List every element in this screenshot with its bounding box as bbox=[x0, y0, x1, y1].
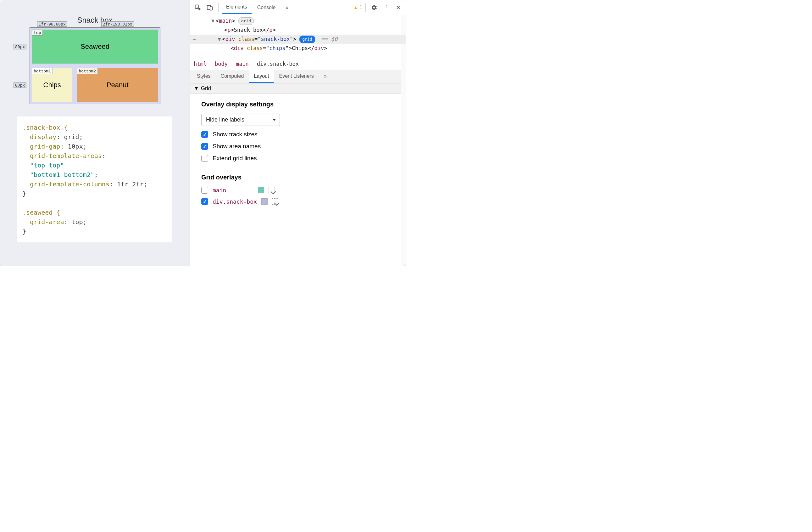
grid-overlay-preview: 1fr·96.66px 2fr·193.32px 80px 80px top S… bbox=[30, 28, 160, 104]
cell-label: Peanut bbox=[106, 81, 129, 89]
svg-rect-2 bbox=[210, 6, 212, 10]
dom-node-main: ▼<main> grid bbox=[190, 16, 406, 26]
grid-cell-chips: bottom1 Chips bbox=[32, 68, 72, 102]
cell-label: Chips bbox=[43, 81, 61, 89]
warning-count: 1 bbox=[360, 5, 362, 10]
scrollbar[interactable] bbox=[401, 15, 406, 266]
grid-section-header[interactable]: ▼ Grid bbox=[190, 83, 406, 94]
tabs-overflow[interactable]: » bbox=[281, 2, 293, 14]
grid-cell-peanut: bottom2 Peanut bbox=[77, 68, 158, 102]
kebab-menu-icon[interactable]: ⋮ bbox=[381, 2, 392, 13]
crumb-snack-box[interactable]: div.snack-box bbox=[257, 61, 299, 67]
checkbox-overlay-snack-box[interactable] bbox=[201, 198, 208, 205]
cell-label: Seaweed bbox=[81, 42, 110, 51]
dom-tree[interactable]: ▼<main> grid <p>Snack box</p> ▼<div clas… bbox=[190, 15, 406, 58]
area-name-badge: bottom2 bbox=[77, 68, 98, 74]
chevron-down-icon: ▼ bbox=[194, 85, 199, 92]
dom-node-chips: <div class="chips">Chips</div> bbox=[190, 44, 406, 53]
highlight-element-icon[interactable] bbox=[269, 187, 275, 193]
area-name-badge: top bbox=[32, 30, 43, 36]
overlay-row-snack-box: div.snack-box bbox=[201, 198, 395, 205]
device-toolbar-icon[interactable] bbox=[204, 2, 215, 13]
dom-node-snack-box: ▼<div class="snack-box"> grid == $0 bbox=[190, 34, 406, 44]
line-labels-select[interactable]: Hide line labels bbox=[201, 114, 280, 126]
grid-cell-seaweed: top Seaweed bbox=[32, 30, 158, 64]
css-code-block: .snack-box { display: grid; grid-gap: 10… bbox=[17, 116, 172, 242]
show-track-sizes-row: Show track sizes bbox=[201, 131, 395, 138]
overlay-settings-title: Overlay display settings bbox=[201, 101, 395, 108]
checkbox-extend-grid-lines[interactable] bbox=[201, 155, 208, 162]
tab-console[interactable]: Console bbox=[253, 2, 280, 14]
checkbox-show-track-sizes[interactable] bbox=[201, 131, 208, 138]
highlight-element-icon[interactable] bbox=[272, 198, 278, 205]
subtab-event-listeners[interactable]: Event Listeners bbox=[274, 70, 319, 83]
area-name-badge: bottom1 bbox=[32, 68, 53, 74]
checkbox-overlay-main[interactable] bbox=[201, 187, 208, 194]
color-swatch-main[interactable] bbox=[258, 187, 264, 193]
devtools-window: Snack box 1fr·96.66px 2fr·193.32px 80px … bbox=[0, 0, 406, 266]
dom-node-p: <p>Snack box</p> bbox=[190, 26, 406, 34]
grid-badge[interactable]: grid bbox=[238, 17, 254, 25]
warning-icon: ▲ bbox=[353, 5, 358, 10]
row-track-label: 80px bbox=[14, 83, 26, 88]
column-track-label: 2fr·193.32px bbox=[101, 22, 134, 27]
overlay-label-main[interactable]: main bbox=[213, 187, 253, 194]
grid-overlays-section: Grid overlays main div.snack-box bbox=[190, 174, 406, 216]
inspect-element-icon[interactable] bbox=[192, 2, 203, 13]
show-area-names-row: Show area names bbox=[201, 143, 395, 150]
settings-icon[interactable] bbox=[369, 2, 380, 13]
color-swatch-snack-box[interactable] bbox=[261, 198, 267, 205]
warnings-badge[interactable]: ▲ 1 bbox=[353, 5, 362, 10]
crumb-body[interactable]: body bbox=[215, 61, 228, 67]
breadcrumb[interactable]: html body main div.snack-box bbox=[190, 58, 406, 70]
crumb-main[interactable]: main bbox=[236, 61, 249, 67]
column-track-label: 1fr·96.66px bbox=[37, 22, 67, 27]
grid-badge-active[interactable]: grid bbox=[300, 36, 315, 43]
sidebar-tabs: Styles Computed Layout Event Listeners » bbox=[190, 70, 406, 83]
subtab-computed[interactable]: Computed bbox=[216, 70, 249, 83]
crumb-html[interactable]: html bbox=[194, 61, 207, 67]
subtab-styles[interactable]: Styles bbox=[192, 70, 216, 83]
row-track-label: 80px bbox=[14, 44, 26, 50]
grid-overlays-title: Grid overlays bbox=[201, 174, 395, 181]
extend-grid-lines-row: Extend grid lines bbox=[201, 155, 395, 162]
devtools-main-toolbar: Elements Console » ▲ 1 ⋮ ✕ bbox=[190, 0, 406, 15]
separator bbox=[218, 3, 219, 12]
separator bbox=[365, 3, 366, 12]
checkbox-show-area-names[interactable] bbox=[201, 143, 208, 150]
subtabs-overflow[interactable]: » bbox=[319, 70, 332, 83]
subtab-layout[interactable]: Layout bbox=[249, 70, 274, 83]
overlay-row-main: main bbox=[201, 187, 395, 194]
overlay-display-settings: Overlay display settings Hide line label… bbox=[190, 94, 406, 174]
overlay-label-snack-box[interactable]: div.snack-box bbox=[213, 198, 257, 205]
close-icon[interactable]: ✕ bbox=[393, 2, 404, 13]
devtools-pane: Elements Console » ▲ 1 ⋮ ✕ ▼<main> grid … bbox=[190, 0, 406, 266]
rendered-page-pane: Snack box 1fr·96.66px 2fr·193.32px 80px … bbox=[0, 0, 190, 266]
tab-elements[interactable]: Elements bbox=[222, 1, 251, 14]
snack-box-grid: top Seaweed bottom1 Chips bottom2 Peanut bbox=[30, 28, 160, 104]
